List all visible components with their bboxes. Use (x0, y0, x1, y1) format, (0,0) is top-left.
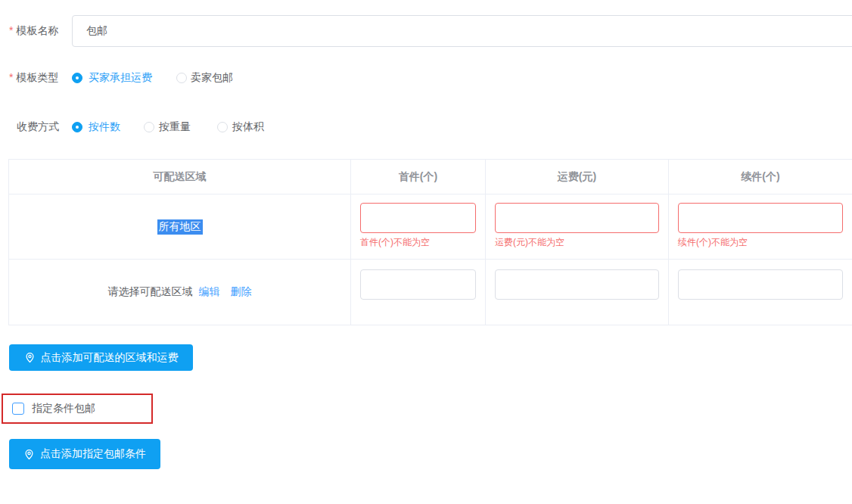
additional-piece-input[interactable] (678, 269, 843, 300)
add-condition-button[interactable]: 点击添加指定包邮条件 (9, 439, 160, 469)
first-piece-cell (351, 260, 486, 325)
template-name-label: *模板名称 (9, 24, 58, 38)
location-pin-icon (23, 449, 35, 460)
edit-area-link[interactable]: 编辑 (199, 285, 220, 299)
add-area-button-label: 点击添加可配送的区域和运费 (41, 351, 179, 365)
additional-piece-cell: 续件(个)不能为空 (669, 194, 852, 259)
radio-label-by-volume[interactable]: 按体积 (232, 120, 264, 134)
header-shipping-fee: 运费(元) (486, 160, 669, 194)
radio-label-by-weight[interactable]: 按重量 (159, 120, 191, 134)
charge-method-row: 收费方式 按件数 按重量 按体积 (0, 111, 852, 143)
shipping-rates-table: 可配送区域 首件(个) 运费(元) 续件(个) 所有地区 首件(个)不能为空 运… (8, 159, 852, 325)
shipping-fee-cell: 运费(元)不能为空 (486, 194, 669, 259)
radio-by-weight[interactable] (144, 122, 154, 132)
charge-method-label: 收费方式 (17, 120, 59, 134)
additional-piece-cell (669, 260, 852, 325)
table-header-row: 可配送区域 首件(个) 运费(元) 续件(个) (9, 159, 852, 194)
template-type-label: *模板类型 (9, 71, 58, 85)
table-row-select-area: 请选择可配送区域 编辑 删除 (9, 260, 852, 325)
conditional-free-shipping-highlight-frame: 指定条件包邮 (2, 394, 153, 424)
conditional-free-shipping-label[interactable]: 指定条件包邮 (32, 402, 95, 415)
first-piece-input[interactable] (360, 269, 476, 300)
shipping-fee-cell (486, 260, 669, 325)
required-asterisk: * (9, 71, 13, 83)
header-additional-piece: 续件(个) (669, 160, 852, 194)
add-area-button[interactable]: 点击添加可配送的区域和运费 (9, 344, 193, 371)
additional-piece-error: 续件(个)不能为空 (678, 236, 843, 249)
radio-by-piece[interactable] (72, 122, 82, 132)
radio-label-by-piece[interactable]: 按件数 (89, 120, 120, 134)
all-areas-selected-text: 所有地区 (157, 219, 203, 235)
template-name-label-text: 模板名称 (16, 24, 58, 36)
template-name-row: *模板名称 (0, 15, 852, 47)
first-piece-cell: 首件(个)不能为空 (351, 194, 486, 259)
area-cell-select-area: 请选择可配送区域 编辑 删除 (9, 260, 351, 325)
radio-buyer-pays-shipping[interactable] (72, 73, 82, 83)
select-area-text: 请选择可配送区域 (108, 285, 193, 299)
template-type-row: *模板类型 买家承担运费 卖家包邮 (0, 62, 852, 94)
additional-piece-input[interactable] (678, 203, 843, 233)
shipping-fee-input[interactable] (495, 203, 659, 233)
first-piece-error: 首件(个)不能为空 (360, 236, 476, 249)
table-row-all-areas: 所有地区 首件(个)不能为空 运费(元)不能为空 续件(个)不能为空 (9, 194, 852, 260)
required-asterisk: * (9, 24, 13, 36)
template-type-label-text: 模板类型 (16, 71, 58, 83)
shipping-template-form: *模板名称 *模板类型 买家承担运费 卖家包邮 收费方式 按件数 按重量 按体积… (0, 0, 852, 504)
template-name-input[interactable] (72, 15, 852, 47)
radio-label-seller-free-shipping[interactable]: 卖家包邮 (191, 71, 233, 85)
area-cell-all-areas: 所有地区 (9, 194, 351, 259)
radio-seller-free-shipping[interactable] (176, 73, 187, 83)
delete-area-link[interactable]: 删除 (231, 285, 252, 299)
shipping-fee-input[interactable] (495, 269, 659, 300)
conditional-free-shipping-checkbox[interactable] (12, 403, 24, 415)
header-first-piece: 首件(个) (351, 160, 486, 194)
header-deliverable-area: 可配送区域 (9, 160, 351, 194)
location-pin-icon (24, 352, 36, 363)
add-condition-button-label: 点击添加指定包邮条件 (40, 447, 146, 461)
radio-by-volume[interactable] (217, 122, 228, 132)
first-piece-input[interactable] (360, 203, 476, 233)
radio-label-buyer-pays-shipping[interactable]: 买家承担运费 (89, 71, 152, 85)
shipping-fee-error: 运费(元)不能为空 (495, 236, 659, 249)
